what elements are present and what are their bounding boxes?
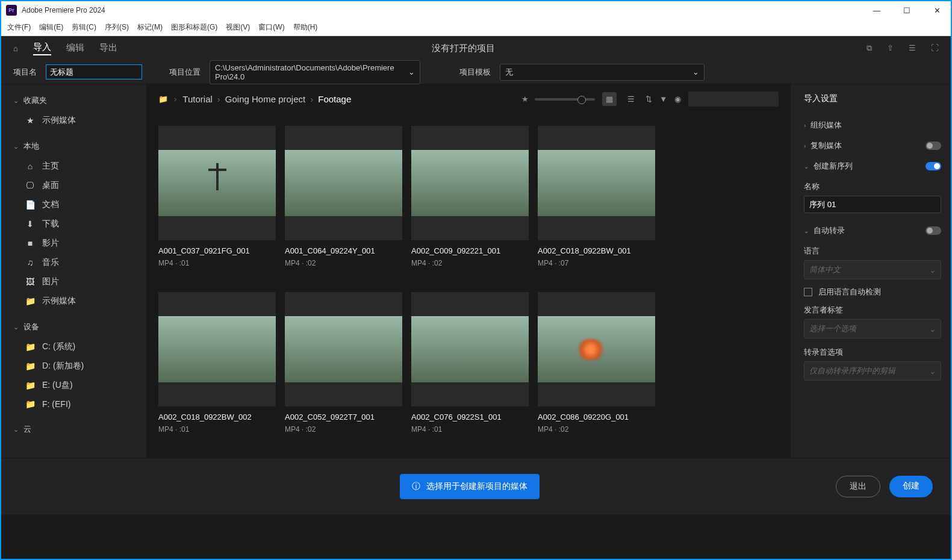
project-settings-row: 项目名 项目位置 C:\Users\Administrator\Document… bbox=[1, 60, 951, 84]
folder-icon: 📁 bbox=[25, 381, 35, 390]
sidebar-section-header[interactable]: 本地 bbox=[1, 136, 143, 157]
clip-thumbnail[interactable] bbox=[158, 126, 276, 240]
clip-meta: MP4 · :02 bbox=[285, 259, 402, 267]
window-titlebar: Pr Adobe Premiere Pro 2024 — ☐ ✕ bbox=[1, 1, 951, 19]
clip-thumbnail[interactable] bbox=[285, 292, 402, 406]
speaker-select[interactable]: 选择一个选项⌄ bbox=[804, 319, 941, 338]
chevron-down-icon: ⌄ bbox=[804, 163, 809, 170]
clip-card[interactable]: A002_C009_092221_001 MP4 · :02 bbox=[411, 126, 529, 280]
clip-card[interactable]: A001_C064_09224Y_001 MP4 · :02 bbox=[285, 126, 402, 280]
tab-edit[interactable]: 编辑 bbox=[66, 42, 84, 55]
home-icon[interactable]: ⌂ bbox=[13, 44, 18, 53]
sidebar-item-label: 下载 bbox=[42, 219, 59, 229]
auto-transcribe-toggle[interactable] bbox=[926, 226, 941, 235]
search-input[interactable] bbox=[688, 92, 779, 107]
menu-item[interactable]: 帮助(H) bbox=[293, 22, 318, 33]
thumbnail-zoom-slider[interactable] bbox=[535, 98, 595, 101]
popout-icon[interactable]: ⧉ bbox=[866, 43, 872, 53]
sidebar-item[interactable]: 📁D: (新加卷) bbox=[1, 356, 143, 376]
menu-item[interactable]: 视图(V) bbox=[226, 22, 250, 33]
menu-item[interactable]: 剪辑(C) bbox=[72, 22, 96, 33]
breadcrumb-item[interactable]: Tutorial bbox=[182, 94, 212, 104]
clip-thumbnail[interactable] bbox=[538, 126, 655, 240]
clip-meta: MP4 · :01 bbox=[411, 425, 529, 434]
star-icon[interactable]: ★ bbox=[521, 95, 529, 104]
menu-item[interactable]: 文件(F) bbox=[7, 22, 31, 33]
sidebar-item[interactable]: 📁E: (U盘) bbox=[1, 376, 143, 395]
clip-meta: MP4 · :02 bbox=[285, 425, 402, 434]
clip-name: A002_C018_0922BW_001 bbox=[538, 246, 655, 255]
clip-card[interactable]: A001_C037_0921FG_001 MP4 · :01 bbox=[158, 126, 276, 280]
menu-item[interactable]: 窗口(W) bbox=[258, 22, 284, 33]
section-copy-media[interactable]: ›复制媒体 bbox=[804, 135, 941, 156]
folder-icon: ♫ bbox=[25, 258, 35, 267]
copy-media-toggle[interactable] bbox=[926, 142, 941, 150]
sidebar-item[interactable]: ♫音乐 bbox=[1, 253, 143, 272]
section-auto-transcribe[interactable]: ⌄自动转录 bbox=[804, 220, 941, 241]
sidebar-item[interactable]: 📁F: (EFI) bbox=[1, 395, 143, 413]
minimize-button[interactable]: — bbox=[868, 6, 886, 15]
transcription-pref-select[interactable]: 仅自动转录序列中的剪辑⌄ bbox=[804, 361, 941, 381]
project-template-select[interactable]: 无 ⌄ bbox=[500, 64, 705, 81]
clip-card[interactable]: A002_C052_0922T7_001 MP4 · :02 bbox=[285, 292, 402, 446]
clip-thumbnail[interactable] bbox=[158, 292, 276, 406]
list-view-button[interactable]: ☰ bbox=[624, 92, 638, 106]
clip-card[interactable]: A002_C018_0922BW_002 MP4 · :01 bbox=[158, 292, 276, 446]
eye-icon[interactable]: ◉ bbox=[674, 95, 681, 104]
sidebar-item[interactable]: 📄文档 bbox=[1, 195, 143, 214]
sidebar-item[interactable]: ■影片 bbox=[1, 234, 143, 253]
project-name-label: 项目名 bbox=[13, 67, 37, 78]
sidebar-item[interactable]: ⬇下载 bbox=[1, 214, 143, 234]
menu-item[interactable]: 序列(S) bbox=[105, 22, 129, 33]
sidebar-item[interactable]: 📁示例媒体 bbox=[1, 291, 143, 311]
sidebar-item[interactable]: 🖼图片 bbox=[1, 272, 143, 291]
language-select[interactable]: 简体中文⌄ bbox=[804, 260, 941, 279]
grid-view-button[interactable]: ▦ bbox=[602, 92, 617, 106]
sequence-name-input[interactable] bbox=[804, 196, 941, 213]
sidebar-item-label: C: (系统) bbox=[42, 341, 75, 352]
menu-item[interactable]: 编辑(E) bbox=[39, 22, 63, 33]
menu-item[interactable]: 图形和标题(G) bbox=[171, 22, 217, 33]
clip-thumbnail[interactable] bbox=[411, 292, 529, 406]
chevron-down-icon: ⌄ bbox=[408, 67, 415, 76]
sidebar-section-header[interactable]: 设备 bbox=[1, 317, 143, 337]
tab-import[interactable]: 导入 bbox=[33, 42, 51, 55]
checkbox-icon[interactable] bbox=[804, 288, 812, 296]
exit-button[interactable]: 退出 bbox=[836, 476, 880, 497]
clip-thumbnail[interactable] bbox=[538, 292, 655, 406]
sidebar-item-label: 示例媒体 bbox=[42, 296, 76, 306]
clip-thumbnail[interactable] bbox=[411, 126, 529, 240]
breadcrumb-item[interactable]: Footage bbox=[318, 94, 351, 104]
filter-icon[interactable]: ▼ bbox=[659, 95, 667, 104]
language-detect-checkbox-row[interactable]: 启用语言自动检测 bbox=[804, 287, 941, 297]
sidebar-item[interactable]: 📁C: (系统) bbox=[1, 337, 143, 356]
clip-card[interactable]: A002_C076_0922S1_001 MP4 · :01 bbox=[411, 292, 529, 446]
create-sequence-toggle[interactable] bbox=[926, 162, 941, 170]
breadcrumb-item[interactable]: Going Home project bbox=[225, 94, 305, 104]
clip-card[interactable]: A002_C018_0922BW_001 MP4 · :07 bbox=[538, 126, 655, 280]
sidebar-item-label: 主页 bbox=[42, 161, 59, 172]
section-create-sequence[interactable]: ⌄创建新序列 bbox=[804, 156, 941, 176]
close-button[interactable]: ✕ bbox=[928, 6, 946, 15]
sort-icon[interactable]: ⇅ bbox=[646, 95, 652, 104]
sidebar-section-header[interactable]: 云 bbox=[1, 419, 143, 440]
project-name-input[interactable] bbox=[46, 64, 142, 79]
folder-icon[interactable]: 📁 bbox=[158, 95, 168, 104]
section-organize-media[interactable]: ›组织媒体 bbox=[804, 115, 941, 135]
fullscreen-icon[interactable]: ⛶ bbox=[931, 43, 939, 53]
list-icon[interactable]: ☰ bbox=[909, 43, 916, 53]
sidebar-item[interactable]: ★示例媒体 bbox=[1, 111, 143, 130]
clip-thumbnail[interactable] bbox=[285, 126, 402, 240]
maximize-button[interactable]: ☐ bbox=[898, 6, 916, 15]
folder-icon: ■ bbox=[25, 238, 35, 248]
sidebar-section-header[interactable]: 收藏夹 bbox=[1, 90, 143, 111]
select-media-info-button[interactable]: ⓘ 选择用于创建新项目的媒体 bbox=[400, 474, 540, 499]
menu-item[interactable]: 标记(M) bbox=[137, 22, 163, 33]
project-location-select[interactable]: C:\Users\Administrator\Documents\Adobe\P… bbox=[210, 60, 420, 84]
sidebar-item[interactable]: ⌂主页 bbox=[1, 157, 143, 176]
sidebar-item[interactable]: 🖵桌面 bbox=[1, 176, 143, 195]
folder-icon: ★ bbox=[25, 116, 35, 125]
create-button[interactable]: 创建 bbox=[889, 476, 933, 497]
share-icon[interactable]: ⇧ bbox=[887, 43, 894, 53]
clip-card[interactable]: A002_C086_09220G_001 MP4 · :02 bbox=[538, 292, 655, 446]
